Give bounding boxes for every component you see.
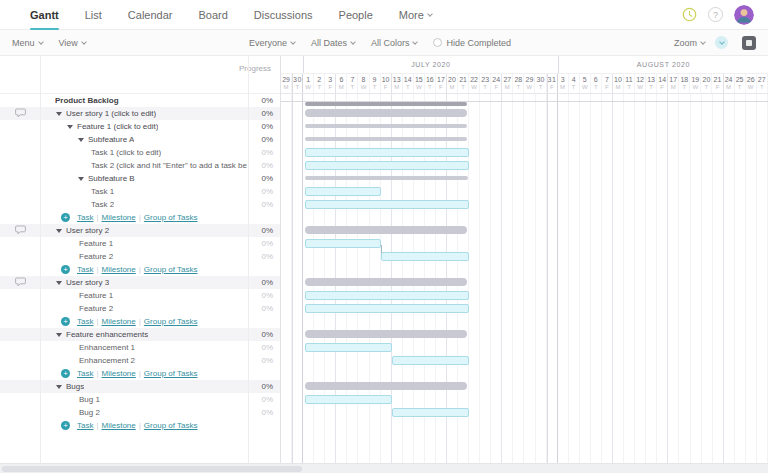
add-milestone-link[interactable]: Milestone xyxy=(102,317,136,326)
tab-more[interactable]: More xyxy=(399,0,432,30)
gantt-bar-task[interactable] xyxy=(381,252,470,261)
tab-calendar[interactable]: Calendar xyxy=(128,0,173,30)
add-task-link[interactable]: Task xyxy=(77,369,93,378)
gantt-bar-summary[interactable] xyxy=(305,330,467,338)
tab-list[interactable]: List xyxy=(85,0,102,30)
add-task-link[interactable]: Task xyxy=(77,213,93,222)
gantt-bar-task[interactable] xyxy=(392,356,469,365)
add-item-row[interactable]: +Task|Milestone|Group of Tasks xyxy=(0,211,280,224)
gantt-bar-project[interactable] xyxy=(305,102,467,106)
comment-bubble-icon[interactable] xyxy=(15,225,26,237)
add-milestone-link[interactable]: Milestone xyxy=(102,369,136,378)
gantt-bar-task[interactable] xyxy=(305,161,469,170)
add-task-link[interactable]: Task xyxy=(77,421,93,430)
task-row[interactable]: User story 20% xyxy=(0,224,280,237)
tab-board[interactable]: Board xyxy=(199,0,228,30)
hide-completed-toggle[interactable]: Hide Completed xyxy=(433,38,511,48)
tab-people[interactable]: People xyxy=(339,0,373,30)
task-row[interactable]: Subfeature B0% xyxy=(0,172,280,185)
add-icon[interactable]: + xyxy=(61,265,70,274)
task-row[interactable]: Bug 20% xyxy=(0,406,280,419)
task-row[interactable]: Subfeature A0% xyxy=(0,133,280,146)
task-row[interactable]: Feature 20% xyxy=(0,302,280,315)
gantt-bar-task[interactable] xyxy=(305,148,469,157)
tab-discussions[interactable]: Discussions xyxy=(254,0,313,30)
add-item-row[interactable]: +Task|Milestone|Group of Tasks xyxy=(0,367,280,380)
task-row[interactable]: Task 20% xyxy=(0,198,280,211)
add-icon[interactable]: + xyxy=(61,421,70,430)
add-milestone-link[interactable]: Milestone xyxy=(102,265,136,274)
task-row[interactable]: Feature 20% xyxy=(0,250,280,263)
task-row[interactable]: User story 30% xyxy=(0,276,280,289)
zoom-dropdown[interactable]: Zoom xyxy=(674,38,705,48)
comment-bubble-icon[interactable] xyxy=(15,277,26,289)
add-icon[interactable]: + xyxy=(61,213,70,222)
task-row[interactable]: Task 1 (click to edit)0% xyxy=(0,146,280,159)
task-row[interactable]: Task 2 (click and hit "Enter" to add a t… xyxy=(0,159,280,172)
scrollbar-thumb[interactable] xyxy=(2,466,302,472)
collapse-caret-icon[interactable] xyxy=(78,177,84,181)
help-icon[interactable]: ? xyxy=(708,7,723,22)
gantt-bar-task[interactable] xyxy=(305,395,391,404)
add-item-row[interactable]: +Task|Milestone|Group of Tasks xyxy=(0,419,280,432)
comment-bubble-icon[interactable] xyxy=(15,108,26,120)
add-item-row[interactable]: +Task|Milestone|Group of Tasks xyxy=(0,263,280,276)
color-mode-dropdown[interactable] xyxy=(715,36,728,49)
task-row[interactable]: Feature enhancements0% xyxy=(0,328,280,341)
gantt-bar-task[interactable] xyxy=(392,408,469,417)
add-milestone-link[interactable]: Milestone xyxy=(102,213,136,222)
gantt-bar-task[interactable] xyxy=(305,239,380,248)
gantt-bar-task[interactable] xyxy=(305,187,380,196)
gantt-bar-task[interactable] xyxy=(305,343,391,352)
task-row[interactable]: Bug 10% xyxy=(0,393,280,406)
add-group-link[interactable]: Group of Tasks xyxy=(144,265,198,274)
task-row[interactable]: User story 1 (click to edit)0% xyxy=(0,107,280,120)
collapse-caret-icon[interactable] xyxy=(67,125,73,129)
collapse-caret-icon[interactable] xyxy=(56,385,62,389)
add-task-link[interactable]: Task xyxy=(77,317,93,326)
task-row[interactable]: Feature 1 (click to edit)0% xyxy=(0,120,280,133)
add-item-row[interactable]: +Task|Milestone|Group of Tasks xyxy=(0,315,280,328)
task-row[interactable]: Bugs0% xyxy=(0,380,280,393)
gantt-bar-groupline[interactable] xyxy=(305,124,467,128)
collapse-caret-icon[interactable] xyxy=(78,138,84,142)
task-row[interactable]: Feature 10% xyxy=(0,289,280,302)
gantt-bar-groupline[interactable] xyxy=(305,137,467,141)
timer-clock-icon[interactable] xyxy=(682,7,697,22)
add-group-link[interactable]: Group of Tasks xyxy=(144,421,198,430)
chart-view-icon[interactable] xyxy=(742,36,756,50)
collapse-caret-icon[interactable] xyxy=(56,333,62,337)
add-icon[interactable]: + xyxy=(61,369,70,378)
gantt-bar-groupline[interactable] xyxy=(305,176,468,180)
tab-gantt[interactable]: Gantt xyxy=(30,0,59,30)
task-row[interactable]: Product Backlog0% xyxy=(0,94,280,107)
view-dropdown[interactable]: View xyxy=(59,38,86,48)
assignee-filter-dropdown[interactable]: Everyone xyxy=(249,38,295,48)
menu-dropdown[interactable]: Menu xyxy=(12,38,43,48)
user-avatar[interactable] xyxy=(734,5,754,25)
hide-completed-checkbox[interactable] xyxy=(433,38,442,47)
collapse-caret-icon[interactable] xyxy=(56,112,62,116)
gantt-bar-summary[interactable] xyxy=(305,382,467,390)
task-row[interactable]: Feature 10% xyxy=(0,237,280,250)
add-group-link[interactable]: Group of Tasks xyxy=(144,213,198,222)
colors-filter-dropdown[interactable]: All Colors xyxy=(371,38,418,48)
task-row[interactable]: Enhancement 20% xyxy=(0,354,280,367)
dates-filter-dropdown[interactable]: All Dates xyxy=(311,38,355,48)
task-row[interactable]: Enhancement 10% xyxy=(0,341,280,354)
collapse-caret-icon[interactable] xyxy=(56,281,62,285)
add-group-link[interactable]: Group of Tasks xyxy=(144,369,198,378)
gantt-bar-summary[interactable] xyxy=(305,226,467,234)
collapse-caret-icon[interactable] xyxy=(56,229,62,233)
horizontal-scrollbar[interactable] xyxy=(0,463,768,473)
add-group-link[interactable]: Group of Tasks xyxy=(144,317,198,326)
gantt-bar-task[interactable] xyxy=(305,291,469,300)
add-milestone-link[interactable]: Milestone xyxy=(102,421,136,430)
add-icon[interactable]: + xyxy=(61,317,70,326)
gantt-bar-task[interactable] xyxy=(305,200,469,209)
add-task-link[interactable]: Task xyxy=(77,265,93,274)
gantt-bar-summary[interactable] xyxy=(305,278,467,286)
gantt-bar-summary[interactable] xyxy=(305,109,467,117)
gantt-bar-task[interactable] xyxy=(305,304,469,313)
task-row[interactable]: Task 10% xyxy=(0,185,280,198)
